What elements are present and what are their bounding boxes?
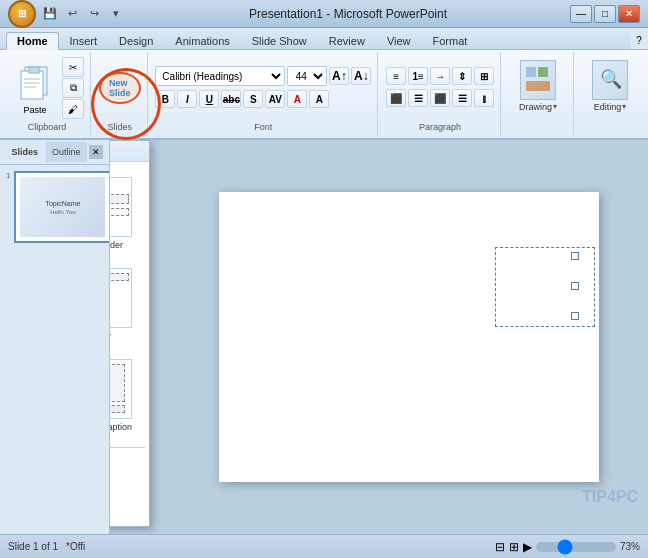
duplicate-slides-item[interactable]: ⧉ Duplicate Selected Slides (110, 448, 149, 474)
close-btn[interactable]: ✕ (618, 5, 640, 23)
reuse-slides-item[interactable]: ↻ Reuse Slides... (110, 500, 149, 526)
layout-name-8: Picture with Caption (110, 422, 132, 432)
slides-from-outline-item[interactable]: ≡ Slides from Outline... (110, 474, 149, 500)
status-bar: Slide 1 of 1 *Offi ⊟ ⊞ ▶ 73% (0, 534, 648, 558)
tab-review[interactable]: Review (318, 32, 376, 49)
slide-thumbnail-1[interactable]: TopicName Hello You (14, 171, 109, 243)
maximize-btn[interactable]: □ (594, 5, 616, 23)
selection-box (495, 247, 595, 327)
layout-pc-title (110, 405, 125, 413)
char-spacing-btn[interactable]: AV (265, 90, 285, 108)
svg-rect-2 (29, 67, 39, 73)
highlight-btn[interactable]: A (309, 90, 329, 108)
editing-button[interactable]: 🔍 Editing ▾ (584, 56, 636, 116)
help-icon[interactable]: ? (630, 31, 648, 49)
clipboard-group: Paste ✂ ⧉ 🖌 Clipboard (4, 52, 91, 136)
dropdown-header: Office Theme (110, 141, 149, 162)
paragraph-group: ≡ 1≡ → ⇕ ⊞ ⬛ ☰ ⬛ ☰ ⫿ Paragraph (380, 52, 501, 136)
drawing-label: Drawing (519, 102, 552, 112)
drawing-group: Drawing ▾ (503, 52, 574, 136)
tab-animations[interactable]: Animations (164, 32, 240, 49)
svg-rect-8 (526, 81, 550, 91)
tab-view[interactable]: View (376, 32, 422, 49)
paste-label: Paste (23, 105, 46, 115)
align-right-btn[interactable]: ⬛ (430, 89, 450, 107)
drawing-label-row: Drawing ▾ (519, 100, 557, 112)
tab-slides[interactable]: Slides (4, 142, 46, 162)
layout-section-header[interactable]: Section Header (110, 172, 139, 255)
bold-btn[interactable]: B (155, 90, 175, 108)
numbering-btn[interactable]: 1≡ (408, 67, 428, 85)
view-slideshow-btn[interactable]: ▶ (523, 540, 532, 554)
tab-home[interactable]: Home (6, 32, 59, 50)
decrease-font-btn[interactable]: A↓ (351, 67, 371, 85)
para-row-1: ≡ 1≡ → ⇕ ⊞ (386, 67, 494, 85)
bullets-btn[interactable]: ≡ (386, 67, 406, 85)
align-left-btn[interactable]: ⬛ (386, 89, 406, 107)
layout-pc-img: ⊞ (110, 364, 125, 402)
shadow-btn[interactable]: S (243, 90, 263, 108)
theme-indicator[interactable]: *Offi (66, 541, 85, 552)
italic-btn[interactable]: I (177, 90, 197, 108)
text-direction-btn[interactable]: ⇕ (452, 67, 472, 85)
new-slide-button[interactable]: NewSlide (99, 72, 141, 104)
new-slide-label: NewSlide (109, 78, 131, 98)
tab-outline[interactable]: Outline (46, 142, 88, 162)
svg-rect-7 (538, 67, 548, 77)
layout-title-only[interactable]: Title Only (110, 263, 139, 346)
increase-indent-btn[interactable]: → (430, 67, 450, 85)
save-quick-btn[interactable]: 💾 (40, 5, 60, 23)
layout-grid: Title Slide (110, 162, 149, 447)
paste-icon (17, 61, 53, 105)
copy-btn[interactable]: ⧉ (62, 78, 84, 98)
minimize-btn[interactable]: — (570, 5, 592, 23)
tab-slideshow[interactable]: Slide Show (241, 32, 318, 49)
editing-arrow: ▾ (622, 102, 626, 111)
editing-icon: 🔍 (592, 60, 628, 100)
office-button[interactable]: ⊞ (8, 0, 36, 28)
underline-btn[interactable]: U (199, 90, 219, 108)
slide-panel-close-btn[interactable]: ✕ (89, 145, 103, 159)
view-normal-btn[interactable]: ⊟ (495, 540, 505, 554)
paste-button[interactable]: Paste (10, 56, 60, 120)
svg-text:🔍: 🔍 (600, 68, 623, 90)
layout-picture-caption[interactable]: ⊞ Picture with Caption (110, 354, 139, 437)
font-size-select[interactable]: 44 (287, 66, 327, 86)
clipboard-label: Clipboard (28, 122, 67, 134)
strikethrough-btn[interactable]: abc (221, 90, 241, 108)
redo-btn[interactable]: ↪ (84, 5, 104, 23)
slides-content: NewSlide (99, 54, 141, 122)
convert-smartart-btn[interactable]: ⊞ (474, 67, 494, 85)
drawing-icon (520, 60, 556, 100)
align-center-btn[interactable]: ☰ (408, 89, 428, 107)
ribbon-tabs: Home Insert Design Animations Slide Show… (0, 28, 648, 50)
tab-design[interactable]: Design (108, 32, 164, 49)
format-painter-btn[interactable]: 🖌 (62, 99, 84, 119)
para-controls: ≡ 1≡ → ⇕ ⊞ ⬛ ☰ ⬛ ☰ ⫿ (386, 54, 494, 122)
layout-name-2: Section Header (110, 240, 123, 250)
font-row-1: Calibri (Headings) 44 A↑ A↓ (155, 66, 371, 86)
tab-insert[interactable]: Insert (59, 32, 109, 49)
cut-btn[interactable]: ✂ (62, 57, 84, 77)
layout-thumb-picture-caption: ⊞ (110, 359, 132, 419)
columns-btn[interactable]: ⫿ (474, 89, 494, 107)
svg-rect-6 (526, 67, 536, 77)
slide-thumb-image-1: TopicName Hello You (20, 177, 105, 237)
increase-font-btn[interactable]: A↑ (329, 67, 349, 85)
slide-thumb-title-1: TopicName (45, 200, 80, 207)
justify-btn[interactable]: ☰ (452, 89, 472, 107)
view-slide-sorter-btn[interactable]: ⊞ (509, 540, 519, 554)
zoom-slider[interactable] (536, 542, 616, 552)
editing-group: 🔍 Editing ▾ (576, 52, 644, 136)
slide-panel-header: Slides Outline ✕ (0, 140, 109, 165)
tab-format[interactable]: Format (422, 32, 479, 49)
font-family-select[interactable]: Calibri (Headings) (155, 66, 285, 86)
drawing-button[interactable]: Drawing ▾ (511, 56, 565, 116)
undo-btn[interactable]: ↩ (62, 5, 82, 23)
title-bar: ⊞ 💾 ↩ ↪ ▾ Presentation1 - Microsoft Powe… (0, 0, 648, 28)
window-title: Presentation1 - Microsoft PowerPoint (126, 7, 570, 21)
font-color-btn[interactable]: A (287, 90, 307, 108)
slide-canvas[interactable] (219, 192, 599, 482)
customize-quick-btn[interactable]: ▾ (106, 5, 126, 23)
zoom-level: 73% (620, 541, 640, 552)
